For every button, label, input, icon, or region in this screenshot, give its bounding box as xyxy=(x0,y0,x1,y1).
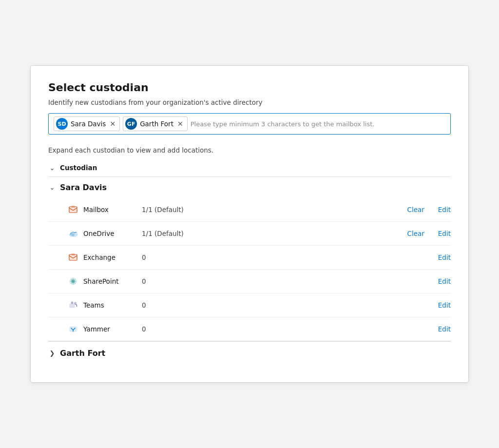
edit-onedrive-button[interactable]: Edit xyxy=(438,230,451,237)
location-row-exchange: Exchange 0 Edit xyxy=(48,246,451,270)
svg-rect-7 xyxy=(72,253,75,255)
location-label-mailbox: Mailbox xyxy=(83,206,142,214)
expand-label: Expand each custodian to view and add lo… xyxy=(48,146,451,154)
location-label-sharepoint: SharePoint xyxy=(83,277,142,285)
custodian-name-garth-fort: Garth Fort xyxy=(60,349,105,358)
onedrive-icon xyxy=(68,228,78,239)
clear-onedrive-button[interactable]: Clear xyxy=(407,230,424,237)
edit-sharepoint-button[interactable]: Edit xyxy=(438,277,451,285)
location-row-sharepoint: SharePoint 0 Edit xyxy=(48,270,451,293)
location-value-mailbox: 1/1 (Default) xyxy=(142,206,394,214)
custodian-name-sara-davis: Sara Davis xyxy=(60,183,107,192)
remove-sara-davis-button[interactable]: ✕ xyxy=(110,120,115,127)
page-title: Select custodian xyxy=(48,81,451,94)
custodian-header-sara-davis[interactable]: ⌄ Sara Davis xyxy=(48,177,451,198)
location-row-teams: Teams 0 Edit xyxy=(48,293,451,317)
custodian-section-garth-fort: ❯ Garth Fort xyxy=(48,341,451,363)
tag-garth-fort: GF Garth Fort ✕ xyxy=(123,117,188,131)
location-row-yammer: Yammer 0 Edit xyxy=(48,317,451,341)
remove-garth-fort-button[interactable]: ✕ xyxy=(177,120,183,127)
sharepoint-icon xyxy=(68,276,78,287)
edit-yammer-button[interactable]: Edit xyxy=(438,325,451,333)
edit-mailbox-button[interactable]: Edit xyxy=(438,206,451,214)
collapse-icon-sara-davis: ⌄ xyxy=(48,184,56,191)
svg-point-11 xyxy=(74,302,76,304)
tag-sara-davis: SD Sara Davis ✕ xyxy=(54,117,120,131)
tag-label-sara-davis: Sara Davis xyxy=(71,120,106,128)
chevron-down-icon: ⌄ xyxy=(48,164,56,172)
custodian-header-garth-fort[interactable]: ❯ Garth Fort xyxy=(48,341,451,363)
edit-exchange-button[interactable]: Edit xyxy=(438,253,451,261)
location-label-exchange: Exchange xyxy=(83,253,142,261)
location-value-onedrive: 1/1 (Default) xyxy=(142,230,394,237)
location-label-onedrive: OneDrive xyxy=(83,230,142,237)
custodian-search-box[interactable]: SD Sara Davis ✕ GF Garth Fort ✕ Please t… xyxy=(48,113,451,135)
custodian-section-sara-davis: ⌄ Sara Davis Mailbox 1/1 (Default) Clear… xyxy=(48,177,451,341)
mailbox-icon xyxy=(68,204,78,215)
svg-rect-10 xyxy=(70,304,75,308)
select-custodian-card: Select custodian Identify new custodians… xyxy=(30,65,469,383)
avatar-garth-fort: GF xyxy=(125,118,137,130)
location-label-yammer: Yammer xyxy=(83,325,142,333)
svg-point-12 xyxy=(71,302,73,304)
avatar-sara-davis: SD xyxy=(56,118,68,130)
column-header-row[interactable]: ⌄ Custodian xyxy=(48,159,451,177)
edit-teams-button[interactable]: Edit xyxy=(438,301,451,309)
location-value-sharepoint: 0 xyxy=(142,277,283,285)
exchange-icon xyxy=(68,252,78,263)
location-label-teams: Teams xyxy=(83,301,142,309)
expand-icon-garth-fort: ❯ xyxy=(48,350,56,357)
teams-icon xyxy=(68,300,78,311)
clear-mailbox-button[interactable]: Clear xyxy=(407,206,424,214)
location-row-onedrive: OneDrive 1/1 (Default) Clear Edit xyxy=(48,222,451,246)
svg-rect-2 xyxy=(72,206,75,208)
location-row-mailbox: Mailbox 1/1 (Default) Clear Edit xyxy=(48,198,451,222)
location-value-yammer: 0 xyxy=(142,325,283,333)
column-header-label: Custodian xyxy=(60,164,97,172)
search-placeholder-text: Please type minimum 3 characters to get … xyxy=(191,120,445,128)
location-value-exchange: 0 xyxy=(142,253,283,261)
svg-point-4 xyxy=(70,233,75,236)
page-subtitle: Identify new custodians from your organi… xyxy=(48,98,451,106)
location-value-teams: 0 xyxy=(142,301,283,309)
tag-label-garth-fort: Garth Fort xyxy=(140,120,173,128)
yammer-icon xyxy=(68,324,78,334)
